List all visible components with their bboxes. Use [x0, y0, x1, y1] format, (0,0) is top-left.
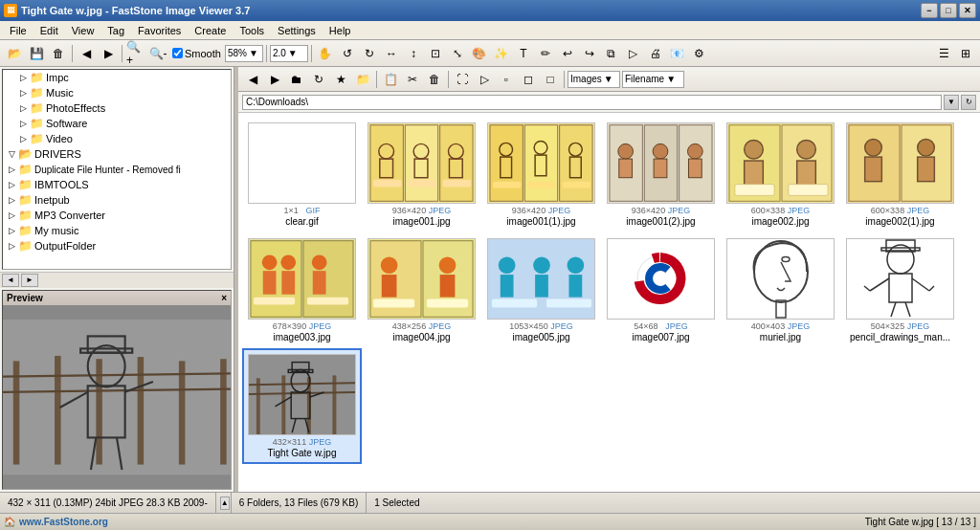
thumb-image005[interactable]: 1053×450 JPEG image005.jpg — [481, 232, 601, 348]
thumb-image001[interactable]: 936×420 JPEG image001.jpg — [362, 117, 481, 232]
minimize-button[interactable]: − — [921, 3, 938, 18]
menu-tools[interactable]: Tools — [234, 23, 270, 38]
thumb-muriel[interactable]: 400×403 JPEG muriel.jpg — [721, 232, 840, 348]
open-btn[interactable]: 📂 — [4, 43, 25, 64]
close-button[interactable]: ✕ — [959, 3, 976, 18]
restore-button[interactable]: □ — [940, 3, 957, 18]
thumb-image001-2[interactable]: 936×420 JPEG image001(2).jpg — [601, 117, 721, 232]
zoom-dropdown[interactable]: 58% ▼ — [225, 45, 263, 62]
crop-btn[interactable]: ⊡ — [425, 43, 446, 64]
browse-fav-btn[interactable]: ★ — [330, 69, 351, 90]
print-btn[interactable]: 🖨 — [645, 43, 666, 64]
preview-close-btn[interactable]: × — [221, 293, 227, 303]
tree-item-output[interactable]: ▷ 📁 OutputFolder — [3, 238, 231, 254]
rotate-left-btn[interactable]: ↺ — [337, 43, 358, 64]
smooth-check[interactable]: Smooth — [169, 48, 224, 59]
move-btn[interactable]: ✂ — [402, 69, 423, 90]
tree-left-btn[interactable]: ◄ — [2, 274, 19, 287]
thumb-image001-1[interactable]: 936×420 JPEG image001(1).jpg — [481, 117, 601, 232]
menu-favorites[interactable]: Favorites — [132, 23, 187, 38]
prev-btn[interactable]: ◀ — [76, 43, 97, 64]
tree-item-dupfile[interactable]: ▷ 📁 Duplicate File Hunter - Removed fi — [3, 162, 231, 177]
tree-scroll[interactable]: ▷ 📁 Impc ▷ 📁 Music ▷ 📁 PhotoEffects — [3, 70, 231, 256]
thumb-pencil-man[interactable]: 504×325 JPEG pencil_drawings_man... — [840, 232, 960, 348]
thumb-image003[interactable]: 678×390 JPEG image003.jpg — [242, 232, 362, 348]
layout-grid-btn[interactable]: ⊞ — [955, 43, 976, 64]
compare-btn[interactable]: ⧉ — [601, 43, 622, 64]
thumb-dims: 678×390 JPEG — [248, 321, 356, 331]
path-refresh-btn[interactable]: ↻ — [961, 95, 976, 110]
face-svg — [743, 238, 819, 320]
tree-item-ibmtools[interactable]: ▷ 📁 IBMTOOLS — [3, 177, 231, 192]
draw-btn[interactable]: ✏ — [535, 43, 556, 64]
tree-item-photoeffects[interactable]: ▷ 📁 PhotoEffects — [3, 100, 231, 116]
svg-rect-94 — [535, 275, 548, 298]
thumb-image004[interactable]: 438×256 JPEG image004.jpg — [362, 232, 481, 348]
del-file-btn[interactable]: 🗑 — [424, 69, 445, 90]
smooth-checkbox[interactable] — [172, 48, 183, 58]
menu-tag[interactable]: Tag — [101, 23, 130, 38]
tree-arrow: ▷ — [20, 134, 30, 144]
resize-btn[interactable]: ⤡ — [447, 43, 468, 64]
menu-create[interactable]: Create — [189, 23, 232, 38]
slideshow2-btn[interactable]: ▷ — [474, 69, 495, 90]
browse-up-btn[interactable]: 🖿 — [286, 69, 307, 90]
tree-item-software[interactable]: ▷ 📁 Software — [3, 116, 231, 131]
thumb-image007[interactable]: 54×68 JPEG image007.jpg — [601, 232, 721, 348]
sort-dropdown[interactable]: Filename ▼ — [622, 71, 684, 88]
tree-item-inetpub[interactable]: ▷ 📁 Inetpub — [3, 192, 231, 208]
email-btn[interactable]: 📧 — [667, 43, 688, 64]
color-btn[interactable]: 🎨 — [469, 43, 490, 64]
flip-h-btn[interactable]: ↔ — [381, 43, 402, 64]
thumb-image002[interactable]: 600×338 JPEG image002.jpg — [721, 117, 840, 232]
slideshow-btn[interactable]: ▷ — [623, 43, 644, 64]
thumb-clear-gif[interactable]: 1×1 GIF clear.gif — [242, 117, 362, 232]
zoom-out-btn[interactable]: 🔍- — [147, 43, 168, 64]
menu-help[interactable]: Help — [323, 23, 357, 38]
thumbnail-grid[interactable]: 1×1 GIF clear.gif — [238, 113, 980, 492]
browse-fwd-btn[interactable]: ▶ — [264, 69, 285, 90]
tree-item-video[interactable]: ▷ 📁 Video — [3, 131, 231, 146]
undo-btn[interactable]: ↩ — [557, 43, 578, 64]
thumb-tight-gate[interactable]: 432×311 JPEG Tight Gate w.jpg — [242, 348, 362, 464]
tree-item-programfiles[interactable]: ▷ 📁 Program Files — [3, 254, 231, 256]
hand-btn[interactable]: ✋ — [315, 43, 336, 64]
tree-item-mp3[interactable]: ▷ 📁 MP3 Converter — [3, 208, 231, 223]
svg-rect-92 — [501, 275, 514, 298]
expand-preview-btn[interactable]: ▲ — [220, 497, 230, 510]
text-btn[interactable]: T — [513, 43, 534, 64]
thumb-name: image005.jpg — [487, 332, 595, 342]
browse-back-btn[interactable]: ◀ — [242, 69, 263, 90]
thumb-size-sm[interactable]: ▫ — [496, 69, 517, 90]
browse-refresh-btn[interactable]: ↻ — [308, 69, 329, 90]
tree-item-music[interactable]: ▷ 📁 Music — [3, 85, 231, 100]
zoom-in-btn[interactable]: 🔍+ — [125, 43, 146, 64]
menu-edit[interactable]: Edit — [34, 23, 64, 38]
tree-item-impc[interactable]: ▷ 📁 Impc — [3, 70, 231, 85]
next-btn[interactable]: ▶ — [98, 43, 119, 64]
layout-list-btn[interactable]: ☰ — [933, 43, 954, 64]
menu-file[interactable]: File — [4, 23, 33, 38]
redo-btn[interactable]: ↪ — [579, 43, 600, 64]
effect-btn[interactable]: ✨ — [491, 43, 512, 64]
thumb-size-md[interactable]: ◻ — [518, 69, 539, 90]
settings-btn2[interactable]: ⚙ — [689, 43, 710, 64]
path-input[interactable] — [242, 95, 942, 110]
flip-v-btn[interactable]: ↕ — [403, 43, 424, 64]
menu-view[interactable]: View — [66, 23, 100, 38]
fullscreen-btn[interactable]: ⛶ — [452, 69, 473, 90]
zoom2-dropdown[interactable]: 2.0 ▼ — [270, 45, 308, 62]
tree-item-mymusic[interactable]: ▷ 📁 My music — [3, 223, 231, 238]
thumb-image002-1[interactable]: 600×338 JPEG image002(1).jpg — [840, 117, 960, 232]
path-go-btn[interactable]: ▼ — [944, 95, 959, 110]
copy-btn[interactable]: 📋 — [380, 69, 401, 90]
thumb-size-lg[interactable]: □ — [540, 69, 561, 90]
tree-right-btn[interactable]: ► — [21, 274, 38, 287]
browse-newfolder-btn[interactable]: 📁 — [352, 69, 373, 90]
rotate-right-btn[interactable]: ↻ — [359, 43, 380, 64]
delete-btn[interactable]: 🗑 — [48, 43, 69, 64]
filter-dropdown[interactable]: Images ▼ — [568, 71, 620, 88]
menu-settings[interactable]: Settings — [272, 23, 322, 38]
tree-item-drivers[interactable]: ▽ 📂 DRIVERS — [3, 146, 231, 162]
save-btn[interactable]: 💾 — [26, 43, 47, 64]
